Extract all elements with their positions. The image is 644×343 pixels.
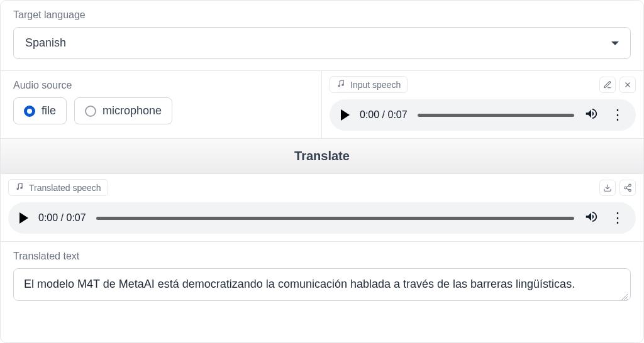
svg-point-8 — [625, 187, 627, 189]
input-audio-time: 0:00 / 0:07 — [360, 109, 408, 121]
target-language-value: Spanish — [25, 36, 66, 50]
translator-app: Target language Spanish Audio source fil… — [0, 0, 644, 343]
radio-unselected-icon — [85, 106, 96, 117]
svg-line-10 — [626, 188, 629, 189]
edit-input-button[interactable] — [599, 77, 616, 93]
music-note-icon — [15, 182, 24, 193]
svg-point-7 — [629, 184, 631, 187]
audio-source-option-file-label: file — [42, 104, 56, 117]
resize-handle-icon[interactable] — [620, 290, 628, 298]
translate-button[interactable]: Translate — [1, 138, 643, 174]
translated-text-section: Translated text El modelo M4T de MetaAI … — [1, 242, 643, 312]
translated-audio-time: 0:00 / 0:07 — [38, 212, 86, 224]
translated-text-output[interactable]: El modelo M4T de MetaAI está democratiza… — [13, 268, 631, 301]
svg-point-9 — [629, 189, 631, 192]
audio-source-option-microphone[interactable]: microphone — [74, 97, 172, 124]
translated-speech-section: Translated speech 0:00 / 0:07 ⋮ — [1, 174, 643, 242]
translated-text-value: El modelo M4T de MetaAI está democratiza… — [24, 278, 575, 290]
share-output-button[interactable] — [619, 180, 636, 196]
audio-menu-button[interactable]: ⋮ — [608, 211, 627, 225]
translated-text-label: Translated text — [13, 251, 631, 262]
input-audio-progress[interactable] — [418, 114, 574, 117]
volume-icon[interactable] — [584, 107, 598, 123]
svg-point-1 — [342, 84, 343, 85]
clear-input-button[interactable] — [619, 77, 636, 93]
audio-source-option-microphone-label: microphone — [103, 104, 162, 117]
radio-selected-icon — [24, 106, 35, 117]
play-button[interactable] — [341, 109, 350, 121]
translated-speech-header: Translated speech — [8, 179, 108, 196]
target-language-label: Target language — [13, 9, 631, 21]
audio-source-section: Audio source file microphone — [1, 71, 322, 138]
svg-point-4 — [17, 188, 18, 189]
caret-down-icon — [611, 41, 619, 45]
play-button[interactable] — [19, 212, 28, 224]
audio-menu-button[interactable]: ⋮ — [608, 108, 627, 122]
audio-source-option-file[interactable]: file — [13, 97, 67, 124]
audio-source-label: Audio source — [13, 80, 309, 91]
audio-source-radio-group: file microphone — [13, 97, 309, 124]
input-speech-header: Input speech — [330, 76, 408, 93]
translated-audio-progress[interactable] — [96, 217, 574, 220]
translated-audio-player: 0:00 / 0:07 ⋮ — [8, 202, 636, 234]
input-audio-player: 0:00 / 0:07 ⋮ — [330, 99, 636, 131]
target-language-section: Target language Spanish — [1, 1, 643, 71]
download-output-button[interactable] — [599, 180, 616, 196]
svg-line-14 — [626, 299, 628, 300]
svg-point-0 — [338, 85, 340, 86]
target-language-select[interactable]: Spanish — [13, 27, 631, 59]
translated-speech-label: Translated speech — [29, 183, 101, 193]
audio-row: Audio source file microphone Input s — [1, 71, 643, 138]
svg-line-11 — [626, 185, 629, 187]
input-speech-section: Input speech 0:00 / 0:07 — [322, 71, 643, 138]
volume-icon[interactable] — [584, 210, 598, 226]
input-speech-label: Input speech — [350, 80, 401, 90]
music-note-icon — [336, 79, 345, 90]
svg-point-5 — [21, 187, 22, 188]
